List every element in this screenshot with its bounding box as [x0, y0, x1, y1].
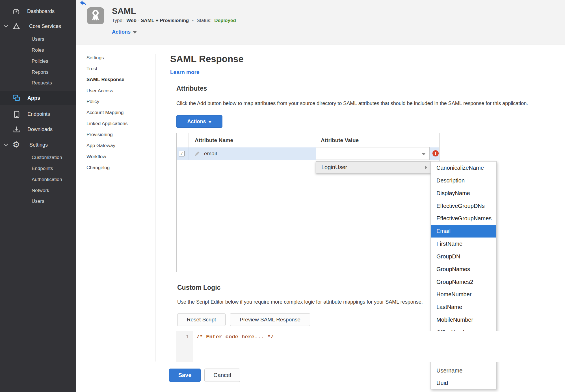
sidebar-item-endpoints[interactable]: Endpoints: [27, 110, 50, 118]
gear-icon: ⚙: [12, 140, 20, 149]
submenu-item-email[interactable]: Email: [431, 225, 496, 238]
cancel-button[interactable]: Cancel: [204, 369, 240, 382]
submenu-item-effectivegroupdns[interactable]: EffectiveGroupDNs: [431, 200, 496, 212]
type-value: Web - SAML + Provisioning: [125, 18, 189, 23]
sidebar-item-apps-label[interactable]: Apps: [27, 94, 40, 102]
row-checkbox[interactable]: ✓: [179, 151, 185, 156]
submenu-item-groupnames2[interactable]: GroupNames2: [431, 276, 496, 288]
sidebar-item-core-services[interactable]: Core Services: [29, 23, 61, 30]
script-editor[interactable]: 1 /* Enter code here... */: [176, 331, 551, 362]
ribbon-icon: [87, 7, 104, 24]
tab-saml-response[interactable]: SAML Response: [86, 76, 124, 83]
chevron-down-icon: [208, 121, 212, 123]
sidebar-item-settings-users[interactable]: Users: [32, 198, 44, 205]
chevron-right-icon: [425, 165, 427, 169]
submenu-item-uuid[interactable]: Uuid: [431, 377, 496, 389]
tab-policy[interactable]: Policy: [86, 98, 99, 105]
column-divider: [316, 133, 316, 147]
sidebar-item-requests[interactable]: Requests: [32, 79, 52, 87]
status-label: Status:: [197, 18, 212, 23]
value-menu-loginuser-label[interactable]: LoginUser: [321, 162, 347, 173]
column-header-attribute-value[interactable]: Attribute Value: [321, 133, 359, 147]
saml-app-icon: [87, 7, 104, 24]
preview-saml-response-button[interactable]: Preview SAML Response: [230, 313, 310, 326]
status-badge: Deployed: [213, 18, 236, 23]
app-title: SAML: [112, 6, 136, 16]
chevron-down-icon[interactable]: [4, 143, 8, 147]
meta-separator: •: [190, 18, 195, 23]
column-header-attribute-name[interactable]: Attribute Name: [195, 133, 233, 147]
error-icon: !: [432, 150, 439, 156]
submenu-item-username[interactable]: Username: [431, 364, 496, 377]
attributes-heading: Attributes: [176, 85, 207, 92]
app-meta: Type: Web - SAML + Provisioning • Status…: [112, 18, 236, 24]
attributes-description: Click the Add button below to map attrib…: [176, 101, 528, 106]
back-icon[interactable]: [79, 0, 86, 6]
attributes-table: Attribute Name Attribute Value ✓ email: [176, 133, 440, 272]
page-title: SAML Response: [170, 54, 244, 64]
sidebar-item-network[interactable]: Network: [32, 187, 49, 194]
table-header: Attribute Name Attribute Value: [177, 133, 439, 148]
apps-icon: [13, 95, 20, 101]
downloads-icon: [13, 126, 20, 133]
edit-pencil-icon[interactable]: [194, 151, 200, 156]
custom-logic-heading: Custom Logic: [177, 284, 220, 291]
submenu-item-firstname[interactable]: FirstName: [431, 238, 496, 250]
custom-logic-description: Use the Script Editor below if you requi…: [177, 299, 423, 305]
submenu-item-groupdn[interactable]: GroupDN: [431, 250, 496, 263]
submenu-item-mobilenumber[interactable]: MobileNumber: [431, 313, 496, 326]
tab-provisioning[interactable]: Provisioning: [86, 131, 113, 138]
learn-more-link[interactable]: Learn more: [170, 69, 199, 75]
sidebar-item-roles[interactable]: Roles: [32, 47, 44, 54]
sidebar-item-authentication[interactable]: Authentication: [32, 176, 62, 183]
reset-script-button[interactable]: Reset Script: [177, 313, 226, 326]
editor-line-number: 1: [176, 334, 189, 340]
sidebar-item-settings[interactable]: Settings: [29, 141, 48, 149]
submenu-item-groupnames[interactable]: GroupNames: [431, 263, 496, 276]
core-services-icon: [13, 23, 20, 30]
attribute-name-cell: email: [204, 147, 217, 160]
submenu-item-displayname[interactable]: DisplayName: [431, 187, 496, 200]
submenu-item-description[interactable]: Description: [431, 174, 496, 187]
submenu-item-lastname[interactable]: LastName: [431, 301, 496, 313]
editor-code[interactable]: /* Enter code here... */: [196, 334, 274, 340]
submenu-item-effectivegroupnames[interactable]: EffectiveGroupNames: [431, 212, 496, 225]
endpoints-icon: [14, 111, 20, 118]
type-label: Type:: [112, 18, 124, 23]
header-actions-menu[interactable]: Actions: [112, 29, 137, 35]
sidebar-item-dashboards[interactable]: Dashboards: [27, 8, 55, 15]
header-actions-label[interactable]: Actions: [112, 29, 131, 35]
tab-workflow[interactable]: Workflow: [86, 153, 106, 160]
table-row[interactable]: ✓ email: [177, 147, 439, 160]
tab-app-gateway[interactable]: App Gateway: [86, 142, 115, 149]
sidebar-item-downloads[interactable]: Downloads: [27, 126, 53, 133]
chevron-down-icon[interactable]: [422, 153, 426, 155]
value-menu-loginuser[interactable]: LoginUser: [316, 161, 432, 173]
column-divider: [189, 147, 189, 160]
sidebar-item-reports[interactable]: Reports: [32, 69, 49, 76]
tab-trust[interactable]: Trust: [86, 65, 97, 73]
sidebar: Dashboards Core Services Users Roles Pol…: [0, 0, 76, 392]
sidebar-item-policies[interactable]: Policies: [32, 58, 48, 65]
editor-gutter: 1: [176, 331, 193, 362]
tab-settings[interactable]: Settings: [86, 54, 104, 62]
tab-linked-applications[interactable]: Linked Applications: [86, 120, 128, 127]
submenu-item-homenumber[interactable]: HomeNumber: [431, 288, 496, 301]
submenu-item-canonicalizename[interactable]: CanonicalizeName: [431, 162, 496, 174]
column-divider: [189, 133, 189, 147]
attributes-actions-button[interactable]: Actions: [176, 115, 222, 128]
save-button[interactable]: Save: [169, 369, 201, 382]
tab-user-access[interactable]: User Access: [86, 87, 113, 95]
attribute-value-dropdown[interactable]: [316, 147, 430, 160]
sidebar-item-settings-endpoints[interactable]: Endpoints: [32, 165, 53, 172]
app-window: Dashboards Core Services Users Roles Pol…: [0, 0, 565, 392]
tab-changelog[interactable]: Changelog: [86, 164, 110, 171]
dashboards-icon: [12, 8, 20, 15]
chevron-down-icon[interactable]: [4, 25, 8, 28]
tab-account-mapping[interactable]: Account Mapping: [86, 109, 124, 116]
attributes-actions-label[interactable]: Actions: [187, 119, 206, 124]
sidebar-item-customization[interactable]: Customization: [32, 154, 62, 161]
content-divider: [155, 54, 155, 361]
sidebar-item-users[interactable]: Users: [32, 36, 44, 43]
chevron-down-icon: [133, 31, 137, 34]
